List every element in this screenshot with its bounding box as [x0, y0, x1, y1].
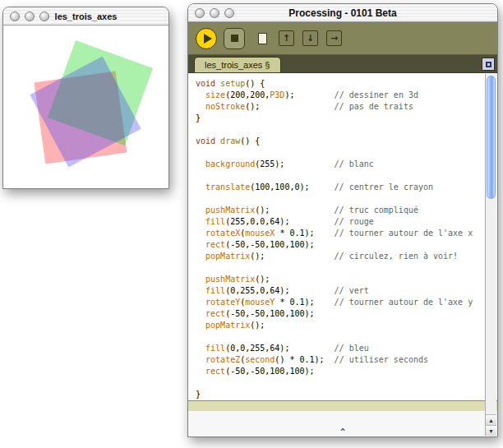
sketch-window-title: les_trois_axes: [55, 12, 118, 21]
code-line: }: [196, 389, 484, 400]
code-line: popMatrix();: [196, 320, 484, 331]
code-lines: void setup() { size(200,200,P3D); // des…: [196, 78, 484, 400]
code-line: [196, 124, 484, 136]
ide-toolbar: ↑ ↓ →: [188, 22, 497, 55]
play-icon: [204, 34, 212, 44]
code-line: size(200,200,P3D); // dessiner en 3d: [196, 90, 484, 101]
scrollbar-thumb[interactable]: [487, 76, 496, 199]
code-line: fill(0,0,255,64); // bleu: [196, 343, 484, 354]
code-line: rotateY(mouseY * 0.1); // tourner autour…: [196, 297, 484, 308]
ide-titlebar[interactable]: Processing - 0101 Beta: [188, 4, 497, 22]
close-button[interactable]: [195, 8, 205, 18]
run-button[interactable]: [196, 28, 217, 49]
code-line: noStroke(); // pas de traits: [196, 101, 484, 113]
console-expand-handle[interactable]: ^: [340, 427, 345, 436]
code-line: [196, 193, 484, 205]
code-editor[interactable]: void setup() { size(200,200,P3D); // des…: [188, 73, 497, 400]
open-button[interactable]: ↑: [279, 30, 294, 46]
code-line: void setup() {: [196, 78, 484, 90]
vertical-scrollbar[interactable]: ▲ ▼: [485, 74, 496, 436]
code-line: rotateX(mouseX * 0.1); // tourner autour…: [196, 228, 484, 239]
code-line: [196, 147, 484, 159]
minimize-button[interactable]: [25, 12, 35, 21]
popout-icon: [486, 62, 491, 67]
open-icon: ↑: [283, 34, 290, 43]
zoom-button[interactable]: [39, 12, 49, 21]
code-line: [196, 331, 484, 343]
code-line: translate(100,100,0); // centrer le cray…: [196, 182, 484, 193]
window-controls: [10, 12, 49, 21]
code-line: [196, 170, 484, 182]
save-icon: ↓: [307, 34, 314, 43]
tab-strip: les_trois_axes §: [188, 55, 497, 73]
zoom-button[interactable]: [224, 8, 234, 18]
code-line: [196, 377, 484, 389]
code-line: rotateZ(second() * 0.1); // utiliser sec…: [196, 354, 484, 366]
ide-window: Processing - 0101 Beta ↑ ↓ →: [187, 3, 498, 437]
code-line: background(255); // blanc: [196, 159, 484, 170]
code-line: fill(255,0,0,64); // rouge: [196, 216, 484, 228]
code-line: rect(-50,-50,100,100);: [196, 239, 484, 251]
ide-window-title: Processing - 0101 Beta: [288, 7, 396, 19]
close-button[interactable]: [10, 12, 20, 21]
window-controls: [195, 8, 234, 18]
code-line: pushMatrix();: [196, 274, 484, 285]
sketch-window: les_trois_axes: [2, 7, 169, 189]
save-button[interactable]: ↓: [302, 30, 318, 46]
tab-les-trois-axes[interactable]: les_trois_axes §: [194, 57, 281, 72]
export-button[interactable]: →: [326, 30, 342, 46]
stop-button[interactable]: [224, 28, 245, 49]
scroll-down-button[interactable]: ▼: [486, 425, 496, 436]
status-bar: [188, 400, 497, 411]
code-line: pushMatrix(); // truc compliqué: [196, 205, 484, 216]
code-line: rect(-50,-50,100,100);: [196, 366, 484, 377]
minimize-button[interactable]: [210, 8, 219, 18]
code-line: void draw() {: [196, 136, 484, 147]
new-sketch-button[interactable]: [255, 30, 270, 46]
code-line: fill(0,255,0,64); // vert: [196, 285, 484, 297]
scroll-up-button[interactable]: ▲: [486, 414, 496, 425]
code-line: }: [196, 113, 484, 124]
export-icon: →: [330, 34, 338, 43]
tab-label: les_trois_axes §: [205, 60, 270, 70]
console-area: ^: [188, 411, 497, 436]
code-line: rect(-50,-50,100,100);: [196, 308, 484, 320]
scrollbar-arrows: ▲ ▼: [486, 414, 496, 436]
new-document-icon: [258, 33, 267, 44]
code-line: popMatrix(); // circulez, rien à voir!: [196, 251, 484, 262]
tab-menu-button[interactable]: [482, 58, 495, 71]
stop-icon: [231, 35, 238, 42]
sketch-titlebar[interactable]: les_trois_axes: [3, 7, 168, 25]
toolbar-file-group: ↑ ↓ →: [255, 30, 342, 46]
code-line: [196, 262, 484, 274]
sketch-canvas[interactable]: [3, 25, 168, 188]
